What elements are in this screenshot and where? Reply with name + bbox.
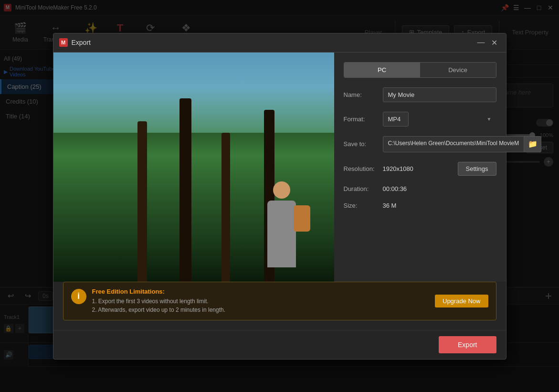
resolution-value-wrap: 1920x1080 Settings [383,162,496,176]
format-select-wrapper: MP4 AVI MOV MKV WMV [383,112,496,127]
modal-minimize-button[interactable]: — [475,37,487,48]
warning-text-1: 1. Export the first 3 videos without len… [92,297,430,306]
modal-settings: PC Device Name: Format: MP4 AVI MOV [334,53,506,282]
warning-box: i Free Edition Limitations: 1. Export th… [63,282,496,320]
modal-preview [53,53,334,282]
warning-content: Free Edition Limitations: 1. Export the … [92,288,430,314]
size-value: 36 M [383,202,397,209]
modal-title: Export [72,39,475,46]
size-row: Size: 36 M [344,202,496,209]
save-path-wrapper: C:\Users\Helen Green\Documents\MiniTool … [383,136,542,152]
modal-body: PC Device Name: Format: MP4 AVI MOV [53,53,506,282]
warning-icon: i [71,289,86,304]
modal-export-button[interactable]: Export [439,336,496,353]
duration-row: Duration: 00:00:36 [344,185,496,192]
modal-icon: M [59,38,68,47]
format-row: Format: MP4 AVI MOV MKV WMV [344,112,496,127]
warning-text-2: 2. Afterwards, export video up to 2 minu… [92,306,430,314]
tab-device[interactable]: Device [420,63,496,77]
format-select[interactable]: MP4 AVI MOV MKV WMV [383,112,409,127]
name-row: Name: [344,87,496,102]
duration-label: Duration: [344,185,377,192]
modal-controls: — ✕ [475,37,500,48]
size-label: Size: [344,202,377,209]
export-tab-bar: PC Device [344,62,496,78]
duration-value: 00:00:36 [383,185,407,192]
modal-close-button[interactable]: ✕ [489,37,500,48]
warning-title: Free Edition Limitations: [92,288,430,295]
export-modal: M Export — ✕ [53,33,506,360]
modal-overlay: M Export — ✕ [0,0,559,392]
resolution-row: Resolution: 1920x1080 Settings [344,162,496,176]
modal-footer: Export [53,330,506,359]
browse-button[interactable]: 📁 [524,136,541,152]
settings-button[interactable]: Settings [458,162,496,176]
save-to-row: Save to: C:\Users\Helen Green\Documents\… [344,136,496,152]
name-label: Name: [344,91,377,98]
tab-pc[interactable]: PC [344,63,420,77]
resolution-label: Resolution: [344,165,377,172]
name-input[interactable] [383,87,496,102]
save-to-label: Save to: [344,140,377,148]
folder-icon: 📁 [528,139,538,148]
resolution-value: 1920x1080 [383,165,452,172]
modal-titlebar: M Export — ✕ [53,33,506,53]
save-path: C:\Users\Helen Green\Documents\MiniTool … [383,136,525,152]
format-label: Format: [344,116,377,123]
upgrade-button[interactable]: Upgrade Now [435,295,488,307]
